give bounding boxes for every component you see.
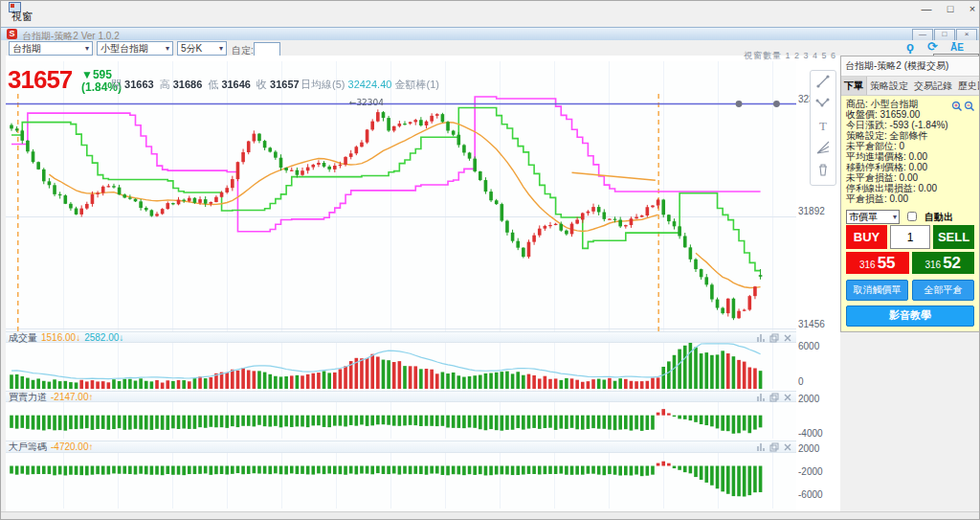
quantity-input[interactable] <box>890 225 930 249</box>
chips-chart-canvas[interactable] <box>6 453 796 509</box>
text-tool-icon[interactable]: T <box>811 117 835 139</box>
indicator-settings-icon[interactable] <box>756 442 766 452</box>
trade-panel-tabs: 下單 策略設定 交易記錄 歷史回測 <box>841 76 979 96</box>
info-closed-pnl: 平倉損益: 0.00 <box>846 193 974 204</box>
volume-pane-header: 成交量1516.00↓2582.00↓ <box>6 331 796 343</box>
zoom-controls <box>951 98 976 115</box>
power-chart-canvas[interactable] <box>6 402 796 439</box>
power-value: -2147.00↑ <box>51 392 93 402</box>
voice-assist-icon[interactable]: ϙ <box>906 39 914 54</box>
buy-button[interactable]: BUY <box>846 225 887 249</box>
ohlc-row: 開 31663高 31686低 31646收 31657 <box>111 78 305 92</box>
indicator-settings-icon[interactable] <box>756 333 766 343</box>
tab-strategy-settings[interactable]: 策略設定 <box>867 77 911 95</box>
cancel-trigger-order-button[interactable]: 取消觸價單 <box>846 280 908 301</box>
volume-pane-title: 成交量 <box>9 332 37 343</box>
auto-exit-label: 自動出 <box>924 212 953 222</box>
video-tutorial-button[interactable]: 影音教學 <box>846 305 974 327</box>
sell-price-big: 52 <box>943 254 961 272</box>
window-count-label: 視窗數量 <box>744 51 782 60</box>
window-minimize-button[interactable]: — <box>918 3 935 14</box>
price-axis-tick: 31456 <box>798 319 825 329</box>
info-open-position: 未平倉部位: 0 <box>846 141 974 151</box>
sell-price-prefix: 316 <box>924 260 941 270</box>
order-type-select[interactable]: 市價單▾ <box>846 210 900 224</box>
sell-button[interactable]: SELL <box>933 225 974 249</box>
indicator-settings-icon[interactable] <box>756 393 766 402</box>
amount-bar-label: 金額棒(1) <box>394 79 438 90</box>
sell-price-cell[interactable]: 31652 <box>912 252 975 274</box>
info-avg-entry: 平均進場價格: 0.00 <box>846 151 974 162</box>
pane-layout-icon[interactable] <box>769 333 779 343</box>
bottom-scrollbar[interactable] <box>1 511 980 520</box>
power-pane-title: 買賣力道 <box>9 392 47 402</box>
polyline-tool-icon[interactable] <box>811 95 835 117</box>
info-open-pnl: 未平倉損益: 0.00 <box>846 172 974 183</box>
ma-value: 32424.40 <box>348 79 392 90</box>
ma-legend: 日均線(5) 32424.40 金額棒(1) <box>301 78 439 92</box>
pane-layout-icon[interactable] <box>769 393 779 402</box>
window-close-button[interactable]: × <box>964 3 980 14</box>
symbol-select-value: 台指期 <box>12 43 41 54</box>
delete-drawing-icon[interactable] <box>811 161 835 183</box>
fan-lines-tool-icon[interactable] <box>811 139 835 161</box>
chips-pane-header: 大戶籌碼-4720.00↑ <box>6 441 796 453</box>
product-select-value: 小型台指期 <box>100 43 148 54</box>
tab-trade-log[interactable]: 交易記錄 <box>911 77 955 95</box>
open-label: 開 <box>111 79 122 90</box>
close-label: 收 <box>256 79 267 90</box>
tab-backtest[interactable]: 歷史回測 <box>955 77 980 95</box>
strategy-app-icon: S <box>7 29 17 39</box>
tab-order[interactable]: 下單 <box>841 77 867 95</box>
chips-axis-tick: -2000 <box>798 466 823 477</box>
close-value: 31657 <box>270 79 300 90</box>
high-label: 高 <box>160 79 170 90</box>
volume-axis-tick: 0 <box>798 376 804 387</box>
pane-layout-icon[interactable] <box>769 442 779 452</box>
volume-axis-tick: 6000 <box>798 341 819 351</box>
last-price: 31657 <box>8 67 72 92</box>
auto-exit-checkbox[interactable] <box>907 212 917 221</box>
buy-price-big: 55 <box>878 254 896 272</box>
interval-select[interactable]: 5分K▾ <box>177 41 227 56</box>
power-axis-tick: 2000 <box>798 394 819 404</box>
close-pane-icon[interactable] <box>783 393 792 402</box>
price-chart-canvas[interactable] <box>6 61 796 331</box>
low-value: 31646 <box>221 79 251 90</box>
ma-label: 日均線(5) <box>301 79 345 90</box>
power-pane-header: 買賣力道-2147.00↑ <box>6 391 796 402</box>
account-icon[interactable]: ĀE <box>950 42 964 53</box>
chevron-down-icon: ▾ <box>219 42 223 56</box>
info-stop-exit-pnl: 停利線出場損益: 0.00 <box>846 183 974 193</box>
menu-window[interactable]: 視窗 <box>11 10 33 24</box>
buy-price-prefix: 316 <box>859 260 876 270</box>
chart-region: 31657 ▼595(1.84%) 開 31663高 31686低 31646收… <box>6 61 796 511</box>
window-count-numbers[interactable]: 1 2 3 4 5 6 <box>786 51 837 60</box>
symbol-select[interactable]: 台指期▾ <box>9 41 93 56</box>
chips-pane-icons <box>752 441 792 452</box>
power-axis-tick: -4000 <box>798 428 823 439</box>
trendline-tool-icon[interactable] <box>811 73 835 95</box>
chips-pane-title: 大戶籌碼 <box>9 441 47 452</box>
window-maximize-button[interactable]: □ <box>942 3 959 14</box>
volume-chart-canvas[interactable] <box>6 343 796 389</box>
close-all-positions-button[interactable]: 全部平倉 <box>912 280 974 301</box>
buy-price-cell[interactable]: 31655 <box>846 252 909 274</box>
volume-value-2: 2582.00↓ <box>84 332 123 343</box>
info-trailing-stop: 移動停利價格: 0.00 <box>846 162 974 172</box>
power-pane-icons <box>752 392 792 402</box>
chips-axis-tick: -6000 <box>798 489 823 500</box>
zoom-out-icon[interactable] <box>964 101 976 111</box>
change-value: ▼595 <box>81 68 112 81</box>
high-value: 31686 <box>173 79 203 90</box>
product-select[interactable]: 小型台指期▾ <box>97 41 173 56</box>
low-label: 低 <box>208 79 218 90</box>
interval-select-value: 5分K <box>181 43 202 54</box>
zoom-in-icon[interactable] <box>951 101 964 111</box>
drawing-toolbar: T <box>810 70 836 186</box>
close-pane-icon[interactable] <box>783 333 792 343</box>
refresh-icon[interactable]: ⟳ <box>927 39 938 54</box>
close-pane-icon[interactable] <box>783 442 792 452</box>
volume-pane-icons <box>752 332 792 343</box>
chevron-down-icon: ▾ <box>893 211 897 224</box>
